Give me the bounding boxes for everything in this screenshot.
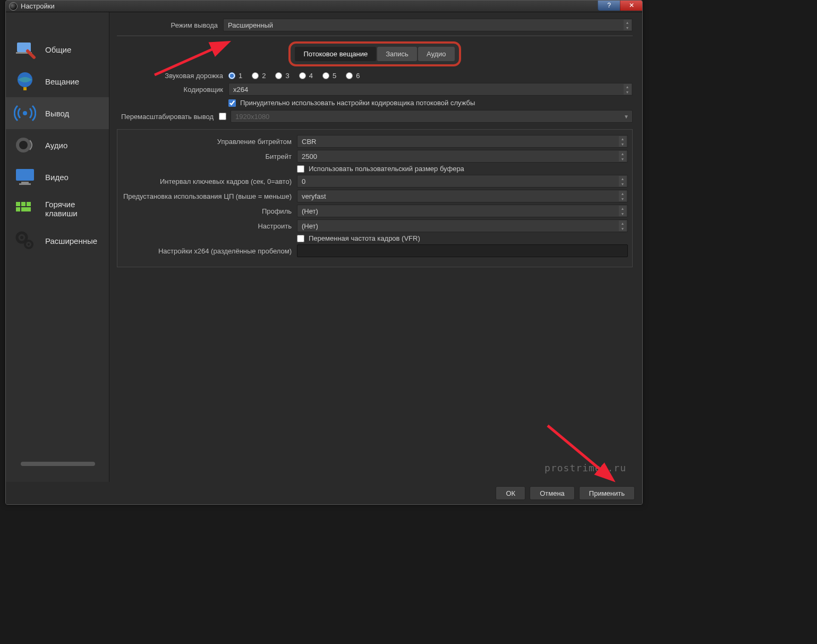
rate-control-label: Управление битрейтом — [122, 138, 297, 146]
svg-rect-11 — [21, 202, 25, 206]
wrench-icon — [12, 37, 38, 62]
dialog-footer: ОК Отмена Применить — [6, 482, 642, 504]
svg-point-16 — [20, 236, 23, 239]
sidebar-item-general[interactable]: Общие — [6, 33, 109, 65]
rescale-select[interactable]: 1920x1080 ▼ — [231, 110, 633, 123]
profile-select[interactable]: (Нет) ▲▼ — [297, 205, 628, 217]
sidebar-scrollbar[interactable] — [21, 462, 95, 466]
sidebar-item-output[interactable]: Вывод — [6, 97, 109, 129]
window-title: Настройки — [21, 2, 55, 10]
svg-point-6 — [19, 141, 28, 149]
spinner-icon: ▲▼ — [624, 20, 631, 30]
enforce-checkbox[interactable]: Принудительно использовать настройки код… — [228, 99, 633, 107]
spinner-icon: ▲▼ — [619, 206, 626, 216]
svg-rect-8 — [21, 182, 29, 183]
encoder-settings-panel: Управление битрейтом CBR ▲▼ Битрейт 2500… — [117, 129, 633, 267]
svg-rect-3 — [23, 87, 27, 90]
sidebar: Общие Вещание Вывод Аудио — [6, 12, 109, 482]
rescale-label: Перемасштабировать вывод — [117, 113, 219, 121]
svg-point-4 — [23, 111, 27, 115]
chevron-down-icon: ▼ — [624, 114, 629, 120]
gears-icon — [12, 228, 38, 253]
output-mode-select[interactable]: Расширенный ▲▼ — [223, 19, 633, 31]
tabs-annotation: Потоковое вещание Запись Аудио — [288, 41, 461, 66]
vfr-checkbox[interactable]: Переменная частота кадров (VFR) — [297, 234, 628, 242]
svg-rect-13 — [16, 207, 20, 211]
cancel-button[interactable]: Отмена — [530, 486, 575, 500]
spinner-icon: ▲▼ — [619, 136, 626, 147]
settings-window: Настройки ? ✕ Общие Вещание — [5, 0, 643, 505]
custom-buffer-checkbox[interactable]: Использовать пользовательский размер буф… — [297, 165, 628, 173]
apply-button[interactable]: Применить — [579, 486, 635, 500]
keyboard-icon — [12, 196, 38, 222]
sidebar-item-hotkeys[interactable]: Горячие клавиши — [6, 193, 109, 225]
audio-track-1[interactable]: 1 — [228, 72, 242, 80]
monitor-icon — [12, 164, 38, 190]
keyframe-input[interactable]: 0 ▲▼ — [297, 175, 628, 188]
sidebar-item-label: Расширенные — [45, 236, 97, 245]
keyframe-label: Интервал ключевых кадров (сек, 0=авто) — [122, 177, 297, 185]
x264opts-input[interactable] — [297, 244, 628, 257]
tab-audio[interactable]: Аудио — [418, 47, 455, 61]
audio-track-5[interactable]: 5 — [322, 72, 336, 80]
sidebar-item-label: Аудио — [45, 141, 67, 150]
globe-icon — [12, 69, 38, 94]
sidebar-item-advanced[interactable]: Расширенные — [6, 225, 109, 257]
spinner-icon: ▲▼ — [619, 221, 626, 231]
rate-control-select[interactable]: CBR ▲▼ — [297, 135, 628, 148]
audio-track-radios: 1 2 3 4 5 6 — [228, 72, 633, 80]
cpu-preset-label: Предустановка использования ЦП (выше = м… — [122, 192, 297, 200]
svg-rect-7 — [16, 169, 34, 181]
sidebar-item-video[interactable]: Видео — [6, 161, 109, 193]
sidebar-item-stream[interactable]: Вещание — [6, 65, 109, 97]
encoder-label: Кодировщик — [117, 86, 228, 94]
profile-label: Профиль — [122, 207, 297, 215]
main-panel: Режим вывода Расширенный ▲▼ Потоковое ве… — [109, 12, 642, 482]
sidebar-item-label: Вывод — [45, 109, 69, 118]
tune-select[interactable]: (Нет) ▲▼ — [297, 219, 628, 232]
x264opts-label: Настройки x264 (разделённые пробелом) — [122, 247, 297, 255]
broadcast-icon — [12, 100, 38, 126]
sidebar-item-label: Видео — [45, 173, 69, 182]
tune-label: Настроить — [122, 222, 297, 230]
spinner-icon: ▲▼ — [619, 191, 626, 201]
sidebar-item-label: Вещание — [45, 77, 79, 86]
divider — [117, 36, 633, 36]
spinner-icon: ▲▼ — [619, 176, 626, 187]
cpu-preset-select[interactable]: veryfast ▲▼ — [297, 190, 628, 202]
tab-streaming[interactable]: Потоковое вещание — [295, 47, 376, 61]
audio-track-4[interactable]: 4 — [299, 72, 313, 80]
ok-button[interactable]: ОК — [496, 486, 525, 500]
rescale-checkbox[interactable] — [219, 113, 231, 120]
svg-rect-9 — [19, 183, 31, 185]
tab-recording[interactable]: Запись — [377, 47, 417, 61]
output-mode-label: Режим вывода — [117, 21, 223, 29]
audio-track-2[interactable]: 2 — [252, 72, 266, 80]
spinner-icon: ▲▼ — [619, 151, 626, 162]
titlebar: Настройки ? ✕ — [6, 1, 642, 12]
watermark: prostrimer.ru — [544, 462, 626, 473]
audio-track-label: Звуковая дорожка — [117, 72, 228, 80]
encoder-select[interactable]: x264 ▲▼ — [228, 83, 633, 96]
bitrate-input[interactable]: 2500 ▲▼ — [297, 150, 628, 163]
bitrate-label: Битрейт — [122, 152, 297, 160]
sidebar-item-label: Горячие клавиши — [45, 200, 109, 218]
help-button[interactable]: ? — [598, 0, 620, 11]
close-button[interactable]: ✕ — [620, 0, 642, 11]
sidebar-item-audio[interactable]: Аудио — [6, 129, 109, 161]
app-icon — [9, 2, 18, 11]
svg-rect-10 — [16, 202, 20, 206]
audio-track-3[interactable]: 3 — [275, 72, 289, 80]
audio-track-6[interactable]: 6 — [346, 72, 360, 80]
sidebar-item-label: Общие — [45, 45, 71, 54]
svg-rect-14 — [21, 207, 31, 211]
svg-point-18 — [28, 243, 30, 245]
svg-rect-12 — [27, 202, 31, 206]
spinner-icon: ▲▼ — [624, 84, 631, 95]
speaker-icon — [12, 132, 38, 158]
